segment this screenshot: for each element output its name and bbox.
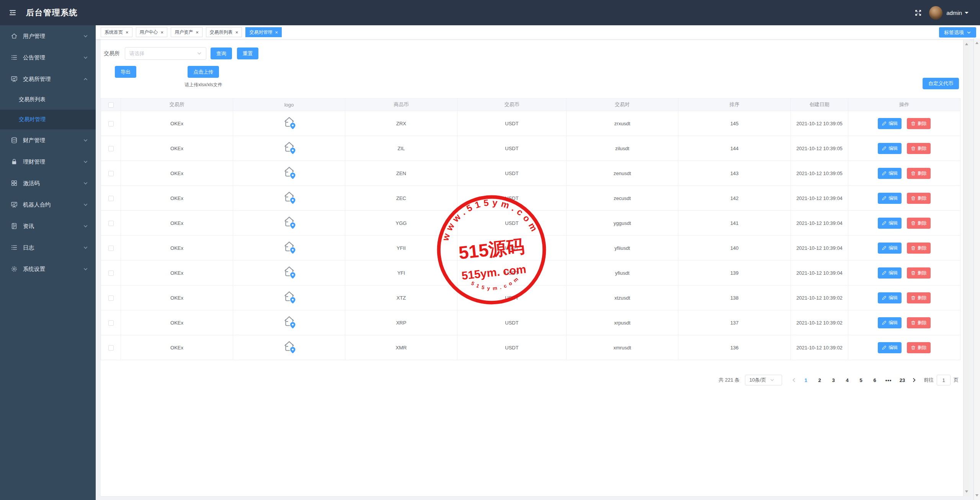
delete-button[interactable]: 删除 [907,267,931,279]
custom-token-button[interactable]: 自定义代币 [923,78,959,89]
tab-close-icon[interactable]: × [161,30,164,35]
row-checkbox[interactable] [108,270,114,276]
trash-icon [911,171,916,176]
avatar[interactable] [929,6,942,20]
sidebar-fold-icon[interactable] [8,8,17,17]
prev-page-button[interactable] [791,377,797,383]
row-checkbox[interactable] [108,121,114,126]
chevron-up-icon [83,77,88,82]
page-number[interactable]: 1 [800,377,811,383]
column-header: 交易所 [121,98,233,111]
broken-image-icon [282,165,296,180]
delete-button[interactable]: 删除 [907,168,931,179]
page-number[interactable]: 4 [842,377,853,383]
broken-image-icon [282,190,296,205]
tab-0[interactable]: 系统首页 × [101,27,132,37]
edit-button[interactable]: 编辑 [878,118,902,129]
row-checkbox[interactable] [108,171,114,176]
column-header: 排序 [678,98,791,111]
sidebar-item[interactable]: 用户管理 [0,25,96,47]
sidebar-subitem[interactable]: 交易所列表 [0,90,96,110]
export-button[interactable]: 导出 [115,66,136,78]
row-checkbox[interactable] [108,320,114,326]
next-page-button[interactable] [911,377,917,383]
row-checkbox[interactable] [108,196,114,201]
board-icon [10,201,18,208]
tab-close-icon[interactable]: × [235,30,238,35]
sidebar-item[interactable]: 系统设置 [0,258,96,280]
edit-button[interactable]: 编辑 [878,143,902,154]
chevron-down-icon [770,378,774,382]
chevron-down-icon [83,181,88,186]
outer-scrollbar[interactable] [973,38,980,500]
sidebar-item[interactable]: 日志 [0,237,96,258]
tab-close-icon[interactable]: × [196,30,199,35]
tab-2[interactable]: 用户资产 × [171,27,203,37]
edit-button[interactable]: 编辑 [878,168,902,179]
delete-button[interactable]: 删除 [907,143,931,154]
tab-3[interactable]: 交易所列表 × [206,27,242,37]
page-number[interactable]: 3 [828,377,839,383]
sidebar-item[interactable]: 公告管理 [0,47,96,68]
page-number[interactable]: 5 [856,377,866,383]
delete-button[interactable]: 删除 [907,342,931,353]
sidebar-item[interactable]: 激活码 [0,172,96,194]
edit-button[interactable]: 编辑 [878,317,902,328]
delete-button[interactable]: 删除 [907,118,931,129]
main-content: 交易所 请选择 查询 重置 导出 点击上传 请上传xlsx/xls文件 自定义代… [96,39,980,500]
sidebar-item[interactable]: 财产管理 [0,130,96,151]
sidebar-item[interactable]: 机器人合约 [0,194,96,215]
sidebar-menu: 用户管理 公告管理 交易所管理 交易所列表 交易对管理 财产管理 理财管理 激活… [0,25,96,500]
tag-options-button[interactable]: 标签选项 [939,27,976,38]
pen-icon [882,246,887,251]
tab-4[interactable]: 交易对管理 × [245,27,282,37]
pen-icon [882,295,887,300]
broken-image-icon [282,239,296,255]
tab-1[interactable]: 用户中心 × [136,27,168,37]
delete-button[interactable]: 删除 [907,243,931,254]
edit-button[interactable]: 编辑 [878,193,902,204]
doc-icon [10,222,18,230]
exchange-select[interactable]: 请选择 [125,47,206,60]
row-checkbox[interactable] [108,345,114,351]
board-icon [10,75,18,83]
row-checkbox[interactable] [108,146,114,151]
user-menu-caret-icon[interactable] [965,12,969,16]
tab-close-icon[interactable]: × [275,30,278,35]
username[interactable]: admin [946,10,962,16]
inner-scrollbar[interactable] [963,39,970,496]
delete-button[interactable]: 删除 [907,317,931,328]
page-number[interactable]: 2 [814,377,825,383]
home-icon [10,32,18,40]
page-size-select[interactable]: 10条/页 [745,375,782,385]
broken-image-icon [282,314,296,330]
chevron-down-icon [83,202,88,207]
goto-page-input[interactable] [937,375,951,385]
sidebar-subitem[interactable]: 交易对管理 [0,110,96,130]
reset-button[interactable]: 重置 [237,48,258,59]
delete-button[interactable]: 删除 [907,292,931,303]
row-checkbox[interactable] [108,246,114,251]
sidebar-item[interactable]: 交易所管理 [0,68,96,90]
row-checkbox[interactable] [108,295,114,301]
row-checkbox[interactable] [108,221,114,226]
edit-button[interactable]: 编辑 [878,342,902,353]
edit-button[interactable]: 编辑 [878,267,902,279]
search-button[interactable]: 查询 [211,48,232,59]
edit-button[interactable]: 编辑 [878,243,902,254]
sidebar-item[interactable]: 资讯 [0,215,96,237]
upload-tip: 请上传xlsx/xls文件 [185,82,222,88]
column-header: 创建日期 [791,98,848,111]
page-number[interactable]: 23 [897,377,908,383]
tab-close-icon[interactable]: × [126,30,129,35]
delete-button[interactable]: 删除 [907,193,931,204]
sidebar-item[interactable]: 理财管理 [0,151,96,172]
upload-button[interactable]: 点击上传 [188,66,219,78]
fullscreen-icon[interactable] [914,9,922,17]
select-all-checkbox[interactable] [108,102,114,108]
edit-button[interactable]: 编辑 [878,292,902,303]
more-pages[interactable]: ••• [883,377,894,383]
page-number[interactable]: 6 [869,377,880,383]
delete-button[interactable]: 删除 [907,218,931,229]
edit-button[interactable]: 编辑 [878,218,902,229]
